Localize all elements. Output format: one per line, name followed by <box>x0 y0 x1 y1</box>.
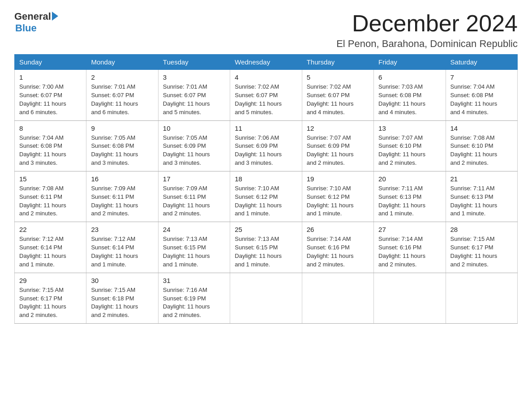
page-header: General Blue December 2024 El Penon, Bar… <box>14 11 518 50</box>
day-info: Sunrise: 7:15 AM Sunset: 6:18 PM Dayligh… <box>91 286 153 320</box>
day-info: Sunrise: 7:14 AM Sunset: 6:16 PM Dayligh… <box>307 235 369 269</box>
day-number: 15 <box>19 175 82 183</box>
calendar-cell: 30Sunrise: 7:15 AM Sunset: 6:18 PM Dayli… <box>86 273 158 323</box>
calendar-cell: 4Sunrise: 7:02 AM Sunset: 6:07 PM Daylig… <box>230 70 302 120</box>
calendar-table: SundayMondayTuesdayWednesdayThursdayFrid… <box>14 54 518 324</box>
calendar-cell: 19Sunrise: 7:10 AM Sunset: 6:12 PM Dayli… <box>302 171 373 222</box>
day-info: Sunrise: 7:10 AM Sunset: 6:12 PM Dayligh… <box>235 184 297 218</box>
day-info: Sunrise: 7:16 AM Sunset: 6:19 PM Dayligh… <box>163 286 225 320</box>
calendar-cell: 6Sunrise: 7:03 AM Sunset: 6:08 PM Daylig… <box>374 70 446 120</box>
day-number: 18 <box>235 175 297 183</box>
calendar-cell: 28Sunrise: 7:15 AM Sunset: 6:17 PM Dayli… <box>446 222 517 273</box>
calendar-week-row: 1Sunrise: 7:00 AM Sunset: 6:07 PM Daylig… <box>15 70 518 120</box>
day-number: 26 <box>307 226 369 233</box>
day-number: 10 <box>163 124 225 132</box>
day-info: Sunrise: 7:10 AM Sunset: 6:12 PM Dayligh… <box>307 184 369 218</box>
day-info: Sunrise: 7:09 AM Sunset: 6:11 PM Dayligh… <box>91 184 153 218</box>
calendar-cell: 7Sunrise: 7:04 AM Sunset: 6:08 PM Daylig… <box>446 70 517 120</box>
calendar-cell: 8Sunrise: 7:04 AM Sunset: 6:08 PM Daylig… <box>15 120 86 171</box>
calendar-header-wednesday: Wednesday <box>230 55 302 70</box>
calendar-cell: 11Sunrise: 7:06 AM Sunset: 6:09 PM Dayli… <box>230 120 302 171</box>
day-number: 9 <box>91 124 153 132</box>
calendar-cell <box>230 273 302 323</box>
day-info: Sunrise: 7:05 AM Sunset: 6:08 PM Dayligh… <box>91 134 153 167</box>
calendar-cell: 26Sunrise: 7:14 AM Sunset: 6:16 PM Dayli… <box>302 222 373 273</box>
logo-blue-text: Blue <box>15 22 37 34</box>
calendar-cell: 14Sunrise: 7:08 AM Sunset: 6:10 PM Dayli… <box>446 120 517 171</box>
day-info: Sunrise: 7:15 AM Sunset: 6:17 PM Dayligh… <box>19 286 82 320</box>
day-info: Sunrise: 7:14 AM Sunset: 6:16 PM Dayligh… <box>378 235 441 269</box>
calendar-week-row: 8Sunrise: 7:04 AM Sunset: 6:08 PM Daylig… <box>15 120 518 171</box>
day-number: 21 <box>450 175 513 183</box>
day-info: Sunrise: 7:05 AM Sunset: 6:09 PM Dayligh… <box>163 134 225 167</box>
logo: General Blue <box>14 11 58 34</box>
day-number: 25 <box>235 226 297 233</box>
location-title: El Penon, Barahona, Dominican Republic <box>336 38 518 50</box>
day-info: Sunrise: 7:07 AM Sunset: 6:10 PM Dayligh… <box>378 134 441 167</box>
day-info: Sunrise: 7:01 AM Sunset: 6:07 PM Dayligh… <box>163 83 225 116</box>
calendar-cell: 16Sunrise: 7:09 AM Sunset: 6:11 PM Dayli… <box>86 171 158 222</box>
day-number: 8 <box>19 124 82 132</box>
day-number: 22 <box>19 226 82 233</box>
calendar-cell: 15Sunrise: 7:08 AM Sunset: 6:11 PM Dayli… <box>15 171 86 222</box>
calendar-cell: 27Sunrise: 7:14 AM Sunset: 6:16 PM Dayli… <box>374 222 446 273</box>
day-number: 2 <box>91 73 153 81</box>
day-info: Sunrise: 7:13 AM Sunset: 6:15 PM Dayligh… <box>163 235 225 269</box>
day-number: 1 <box>19 73 82 81</box>
calendar-header-thursday: Thursday <box>302 55 373 70</box>
calendar-cell: 18Sunrise: 7:10 AM Sunset: 6:12 PM Dayli… <box>230 171 302 222</box>
calendar-cell: 24Sunrise: 7:13 AM Sunset: 6:15 PM Dayli… <box>158 222 230 273</box>
calendar-cell: 5Sunrise: 7:02 AM Sunset: 6:07 PM Daylig… <box>302 70 373 120</box>
day-number: 31 <box>163 277 225 284</box>
calendar-cell: 21Sunrise: 7:11 AM Sunset: 6:13 PM Dayli… <box>446 171 517 222</box>
calendar-week-row: 29Sunrise: 7:15 AM Sunset: 6:17 PM Dayli… <box>15 273 518 323</box>
day-info: Sunrise: 7:04 AM Sunset: 6:08 PM Dayligh… <box>450 83 513 116</box>
day-number: 7 <box>450 73 513 81</box>
day-info: Sunrise: 7:12 AM Sunset: 6:14 PM Dayligh… <box>91 235 153 269</box>
calendar-cell: 22Sunrise: 7:12 AM Sunset: 6:14 PM Dayli… <box>15 222 86 273</box>
day-number: 23 <box>91 226 153 233</box>
calendar-cell: 29Sunrise: 7:15 AM Sunset: 6:17 PM Dayli… <box>15 273 86 323</box>
day-number: 28 <box>450 226 513 233</box>
calendar-cell: 25Sunrise: 7:13 AM Sunset: 6:15 PM Dayli… <box>230 222 302 273</box>
day-info: Sunrise: 7:08 AM Sunset: 6:10 PM Dayligh… <box>450 134 513 167</box>
calendar-cell: 2Sunrise: 7:01 AM Sunset: 6:07 PM Daylig… <box>86 70 158 120</box>
calendar-cell <box>302 273 373 323</box>
calendar-week-row: 15Sunrise: 7:08 AM Sunset: 6:11 PM Dayli… <box>15 171 518 222</box>
day-info: Sunrise: 7:13 AM Sunset: 6:15 PM Dayligh… <box>235 235 297 269</box>
day-info: Sunrise: 7:04 AM Sunset: 6:08 PM Dayligh… <box>19 134 82 167</box>
calendar-cell: 1Sunrise: 7:00 AM Sunset: 6:07 PM Daylig… <box>15 70 86 120</box>
day-number: 13 <box>378 124 441 132</box>
day-info: Sunrise: 7:02 AM Sunset: 6:07 PM Dayligh… <box>307 83 369 116</box>
day-number: 29 <box>19 277 82 284</box>
calendar-cell: 20Sunrise: 7:11 AM Sunset: 6:13 PM Dayli… <box>374 171 446 222</box>
day-number: 3 <box>163 73 225 81</box>
day-number: 5 <box>307 73 369 81</box>
calendar-cell <box>374 273 446 323</box>
day-number: 24 <box>163 226 225 233</box>
calendar-cell: 23Sunrise: 7:12 AM Sunset: 6:14 PM Dayli… <box>86 222 158 273</box>
day-number: 16 <box>91 175 153 183</box>
calendar-header-sunday: Sunday <box>15 55 86 70</box>
calendar-cell: 31Sunrise: 7:16 AM Sunset: 6:19 PM Dayli… <box>158 273 230 323</box>
day-number: 30 <box>91 277 153 284</box>
calendar-header-friday: Friday <box>374 55 446 70</box>
day-info: Sunrise: 7:12 AM Sunset: 6:14 PM Dayligh… <box>19 235 82 269</box>
day-number: 6 <box>378 73 441 81</box>
calendar-week-row: 22Sunrise: 7:12 AM Sunset: 6:14 PM Dayli… <box>15 222 518 273</box>
day-info: Sunrise: 7:01 AM Sunset: 6:07 PM Dayligh… <box>91 83 153 116</box>
calendar-header-monday: Monday <box>86 55 158 70</box>
day-info: Sunrise: 7:09 AM Sunset: 6:11 PM Dayligh… <box>163 184 225 218</box>
calendar-cell: 3Sunrise: 7:01 AM Sunset: 6:07 PM Daylig… <box>158 70 230 120</box>
calendar-cell: 17Sunrise: 7:09 AM Sunset: 6:11 PM Dayli… <box>158 171 230 222</box>
day-info: Sunrise: 7:15 AM Sunset: 6:17 PM Dayligh… <box>450 235 513 269</box>
calendar-header-saturday: Saturday <box>446 55 517 70</box>
title-block: December 2024 El Penon, Barahona, Domini… <box>336 11 518 50</box>
day-number: 12 <box>307 124 369 132</box>
logo-arrow-icon <box>52 12 58 21</box>
day-number: 19 <box>307 175 369 183</box>
day-info: Sunrise: 7:02 AM Sunset: 6:07 PM Dayligh… <box>235 83 297 116</box>
day-number: 4 <box>235 73 297 81</box>
day-number: 27 <box>378 226 441 233</box>
day-info: Sunrise: 7:07 AM Sunset: 6:09 PM Dayligh… <box>307 134 369 167</box>
